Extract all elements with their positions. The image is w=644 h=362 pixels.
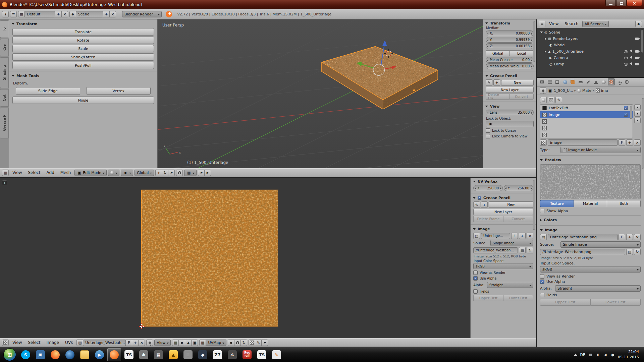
lock-button[interactable] [261,340,268,346]
fake-user-button[interactable]: F [511,233,518,239]
menu-view[interactable]: View [10,340,24,346]
expand-triangle-icon[interactable] [545,38,546,40]
use-alpha-checkbox[interactable] [473,276,478,281]
shelf-tab-shading[interactable]: Shading [0,57,9,88]
file-browse-button[interactable] [626,249,633,255]
shelf-tab-tools[interactable]: To [0,20,9,38]
opengl-render-anim-button[interactable] [204,170,211,176]
grease-pencil-add-button[interactable] [493,79,500,86]
outliner-row-scene[interactable]: ◎ Scene [537,29,644,36]
increment-arrow[interactable] [531,33,532,35]
display-scope-dropdown[interactable]: All Scenes [582,21,609,27]
region-expand-button[interactable] [2,180,7,185]
face-select-button[interactable] [191,340,198,346]
outliner-scrollbar[interactable] [641,29,643,53]
fake-user-button[interactable]: F [619,234,625,240]
unlink-image-button[interactable] [634,234,641,240]
visibility-eye-icon[interactable] [624,63,628,66]
tab-constraints[interactable] [577,78,584,85]
preview-both-button[interactable]: Both [607,200,641,207]
sync-selection-button[interactable] [172,340,179,346]
add-scene-button[interactable] [103,11,110,17]
scene-name-field[interactable]: Scene [76,11,103,17]
texture-context-world-button[interactable] [548,97,554,103]
slide-vertex-button[interactable]: Vertex [87,87,151,95]
image-name-field[interactable]: Unterlage... [481,233,510,239]
tab-render[interactable] [538,78,545,85]
renderability-icon[interactable] [635,63,639,65]
preview-texture-button[interactable]: Texture [540,200,574,207]
volume-icon[interactable]: ◀ [603,353,607,357]
rotate-button[interactable]: Rotate [12,37,154,44]
vertex-select-button[interactable] [178,340,185,346]
pin-image-button[interactable] [146,340,153,346]
editor-type-3dview-icon[interactable] [2,170,9,176]
fields-checkbox[interactable] [540,293,544,297]
noise-button[interactable]: Noise [12,97,154,104]
mode-dropdown[interactable]: Edit Mode [74,170,107,176]
taskbar-item-settings[interactable]: ✱ [137,348,151,361]
texture-slot-row-empty[interactable] [540,118,633,125]
unlink-image-button[interactable] [138,340,145,346]
image-path-field[interactable]: //Unterlage_Westbahn.png [540,249,625,255]
lock-object-field[interactable] [486,121,534,127]
action-center-icon[interactable]: ▤ [588,353,593,357]
menu-uvs[interactable]: UVs [63,340,75,346]
convert-button[interactable]: Convert [509,94,534,100]
panel-header-uv-vertex[interactable]: UV Vertex [471,178,536,184]
decrement-arrow[interactable] [487,33,488,35]
taskbar-item-dark-app[interactable]: ◆ [196,348,210,361]
colorspace-dropdown[interactable]: sRGB [540,266,641,273]
decrement-arrow[interactable] [487,112,488,114]
reload-image-button[interactable] [527,247,533,253]
taskbar-item-image-editor[interactable]: ▦ [152,348,165,361]
new-layer-button[interactable]: New Layer [486,87,534,93]
taskbar-item-web-browser[interactable] [63,348,77,361]
taskbar-item-explorer[interactable] [78,348,92,361]
translate-manipulator-button[interactable] [155,170,162,176]
uv-y-field[interactable]: Y:256.00 [504,185,533,191]
layout-browse-button[interactable] [18,11,25,17]
panel-header-mesh-tools[interactable]: Mesh Tools [9,72,157,79]
properties-scrollbar[interactable] [642,98,644,169]
texture-browse-button[interactable] [540,139,547,146]
shelf-tab-create[interactable]: Cre [0,39,9,56]
decrement-arrow[interactable] [487,66,488,68]
image-name-field[interactable]: Unterlage_Westbah... [83,340,126,346]
grease-pencil-new-button[interactable]: New [501,80,534,86]
rotate-manipulator-button[interactable] [162,170,168,176]
power-icon[interactable]: ● [610,353,615,357]
tab-texture[interactable] [608,78,615,85]
fake-user-button[interactable]: F [619,139,625,146]
tab-object[interactable] [569,78,576,85]
close-button[interactable]: × [627,0,642,6]
delete-scene-button[interactable] [109,11,116,17]
breadcrumb-material[interactable]: Mate [582,88,591,93]
taskbar-item-text-editor[interactable]: ✎ [270,348,283,361]
mean-bevel-weight-field[interactable]: Mean Bevel Weig:0.00 [486,63,534,69]
add-layout-button[interactable] [55,11,62,17]
global-coords-button[interactable]: Global [486,50,509,56]
render-engine-dropdown[interactable]: Blender Render [122,11,162,17]
breadcrumb-texture[interactable]: ima [601,88,608,93]
panel-scrollbar[interactable] [533,21,535,62]
new-image-button[interactable] [132,340,139,346]
lens-field[interactable]: Lens:35.000 [486,110,534,115]
mean-crease-field[interactable]: Mean Crease:0.00 [486,57,534,63]
upper-first-button[interactable]: Upper First [540,299,590,306]
view-as-render-checkbox[interactable] [540,274,544,279]
search-filter-button[interactable] [635,21,642,27]
increment-arrow[interactable] [531,46,532,48]
language-indicator[interactable]: DE [580,353,585,357]
selectability-icon[interactable] [630,56,633,60]
tab-scene[interactable] [554,78,561,85]
taskbar-item-services[interactable]: ✲ [225,348,239,361]
slot-menu-button[interactable]: ▾ [634,118,641,123]
panel-header-transform[interactable]: Transform [9,20,157,27]
texture-context-material-button[interactable] [540,97,547,103]
median-x-field[interactable]: X:0.00000 [486,31,534,36]
expand-triangle-icon[interactable] [540,32,543,33]
paint-mode-button[interactable] [255,340,262,346]
panel-header-transform[interactable]: Transform [483,19,536,26]
outliner-row-world[interactable]: ◐ World [537,42,644,48]
